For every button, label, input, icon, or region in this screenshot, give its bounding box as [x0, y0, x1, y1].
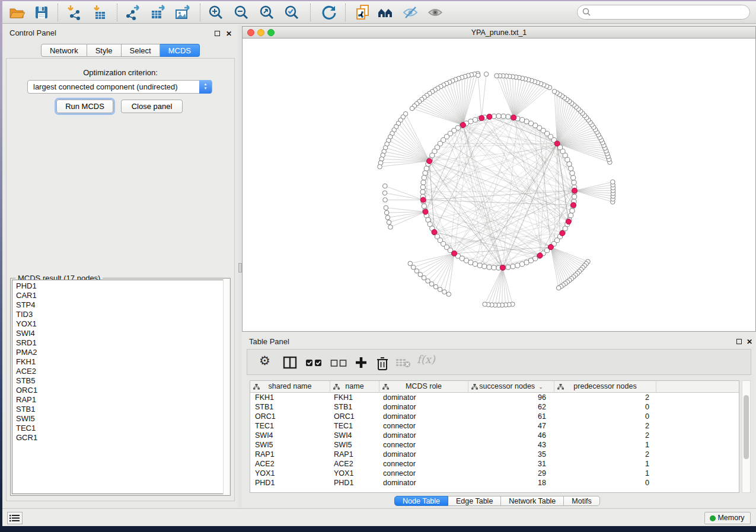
search-input[interactable]	[577, 5, 750, 20]
zoom-fit-icon[interactable]	[259, 4, 275, 21]
table-row[interactable]: TEC1TEC1connector472	[250, 421, 739, 431]
zoom-selected-icon[interactable]	[283, 4, 300, 21]
table-row[interactable]: SWI4SWI4dominator462	[250, 431, 739, 440]
cell-MCDS-role: connector	[379, 469, 468, 478]
column-header-MCDS-role[interactable]: MCDS role	[379, 381, 468, 393]
task-history-button[interactable]	[7, 512, 23, 524]
export-image-icon[interactable]	[174, 4, 191, 21]
control-panel-close-icon[interactable]: ✕	[226, 30, 232, 37]
mcds-result-item[interactable]: YOX1	[16, 319, 228, 329]
cell-MCDS-role: dominator	[379, 431, 468, 440]
save-session-icon[interactable]	[33, 4, 50, 21]
show-all-icon[interactable]	[427, 4, 444, 21]
first-neighbors-icon[interactable]	[377, 4, 394, 21]
table-row[interactable]: FKH1FKH1dominator962	[250, 393, 739, 402]
mcds-result-item[interactable]: PMA2	[16, 348, 228, 357]
zoom-in-icon[interactable]	[208, 4, 224, 21]
memory-button[interactable]: Memory	[704, 512, 751, 524]
toolbar-separator	[310, 4, 311, 21]
column-header-successor-nodes[interactable]: successor nodes⌄	[468, 381, 554, 393]
mcds-result-item[interactable]: SRD1	[16, 338, 228, 348]
table-settings-icon[interactable]: ⚙	[259, 354, 270, 368]
column-header-shared-name[interactable]: shared name	[250, 381, 330, 393]
zoom-out-icon[interactable]	[233, 4, 250, 21]
unselect-all-icon[interactable]	[330, 355, 348, 370]
cell-MCDS-role: dominator	[379, 478, 468, 488]
network-graph[interactable]	[243, 39, 755, 331]
mcds-result-item[interactable]: CAR1	[16, 291, 228, 300]
hide-selected-icon[interactable]	[402, 4, 419, 21]
column-header-name[interactable]: name	[330, 381, 379, 393]
mcds-result-item[interactable]: ORC1	[16, 386, 228, 395]
cell-MCDS-role: dominator	[379, 412, 468, 421]
cell-MCDS-role: dominator	[379, 402, 468, 412]
control-panel-float-button[interactable]	[215, 31, 220, 36]
import-network-icon[interactable]	[65, 4, 82, 21]
table-tab-network-table[interactable]: Network Table	[501, 496, 564, 506]
mcds-result-item[interactable]: FKH1	[16, 357, 228, 367]
column-header-predecessor-nodes[interactable]: predecessor nodes	[554, 381, 656, 393]
export-table-icon[interactable]	[149, 4, 166, 21]
run-mcds-button[interactable]: Run MCDS	[56, 100, 113, 113]
copy-network-icon[interactable]	[355, 4, 371, 21]
optimization-criterion-select[interactable]: largest connected component (undirected)…	[27, 80, 212, 94]
table-scrollbar[interactable]	[742, 380, 751, 493]
table-scrollbar-thumb[interactable]	[744, 395, 749, 459]
tab-select[interactable]: Select	[122, 44, 160, 57]
select-all-icon[interactable]	[305, 355, 323, 370]
sort-descending-icon: ⌄	[538, 384, 543, 390]
cell-successor-nodes: 31	[468, 459, 554, 469]
delete-row-icon[interactable]	[375, 355, 390, 371]
main-toolbar	[2, 1, 756, 24]
table-panel-close-icon[interactable]: ✕	[747, 338, 752, 345]
cell-name: ORC1	[330, 412, 379, 421]
table-tab-motifs[interactable]: Motifs	[564, 496, 599, 506]
open-file-icon[interactable]	[8, 4, 25, 21]
mcds-result-scrollbar[interactable]	[223, 279, 229, 495]
mcds-result-item[interactable]: STP4	[16, 300, 228, 310]
memory-status-icon	[710, 515, 716, 521]
table-tab-node-table[interactable]: Node Table	[394, 496, 448, 506]
mcds-result-item[interactable]: PHD1	[16, 281, 228, 291]
table-panel-float-button[interactable]	[736, 339, 742, 344]
table-row[interactable]: ACE2ACE2connector311	[250, 459, 739, 469]
table-row[interactable]: YOX1YOX1connector291	[250, 469, 739, 478]
cell-predecessor-nodes: 2	[554, 393, 656, 402]
cell-shared-name: PHD1	[250, 478, 330, 488]
mcds-result-item[interactable]: SWI5	[16, 414, 228, 424]
mcds-result-item[interactable]: ACE2	[16, 367, 228, 376]
tab-network[interactable]: Network	[41, 44, 87, 57]
mcds-result-list[interactable]: PHD1CAR1STP4TID3YOX1SWI4SRD1PMA2FKH1ACE2…	[12, 280, 229, 494]
show-columns-icon[interactable]	[283, 355, 297, 370]
mcds-result-item[interactable]: TID3	[16, 310, 228, 319]
mcds-result-item[interactable]: SWI4	[16, 329, 228, 338]
cell-predecessor-nodes: 0	[554, 412, 656, 421]
table-row[interactable]: STB1STB1dominator620	[250, 402, 739, 412]
mcds-result-item[interactable]: STB1	[16, 405, 228, 414]
table-row[interactable]: SWI5SWI5connector431	[250, 440, 739, 450]
mcds-result-item[interactable]: RAP1	[16, 395, 228, 405]
table-row[interactable]: PHD1PHD1dominator180	[250, 478, 739, 488]
table-row[interactable]: ORC1ORC1dominator610	[250, 412, 739, 421]
table-tab-edge-table[interactable]: Edge Table	[448, 496, 501, 506]
network-canvas[interactable]	[243, 39, 755, 331]
table-tabs: Node TableEdge TableNetwork TableMotifs	[394, 496, 600, 506]
mcds-result-item[interactable]: TEC1	[16, 424, 228, 433]
toolbar-separator	[200, 4, 200, 21]
tab-mcds[interactable]: MCDS	[160, 44, 200, 57]
mcds-result-item[interactable]: STB5	[16, 376, 228, 386]
optimization-criterion-label: Optimization criterion:	[7, 68, 234, 77]
export-network-icon[interactable]	[125, 4, 141, 21]
tab-style[interactable]: Style	[87, 44, 122, 57]
table-row[interactable]: RAP1RAP1dominator352	[250, 450, 739, 459]
mcds-result-item[interactable]: GCR1	[16, 433, 228, 443]
import-table-icon[interactable]	[91, 4, 108, 21]
node-table[interactable]: shared namenameMCDS rolesuccessor nodes⌄…	[250, 380, 739, 493]
close-panel-button[interactable]: Close panel	[121, 100, 183, 113]
destroy-table-icon[interactable]	[395, 355, 411, 370]
cell-predecessor-nodes: 2	[554, 450, 656, 459]
network-window-titlebar[interactable]: YPA_prune.txt_1	[243, 27, 755, 39]
add-row-icon[interactable]	[354, 355, 368, 370]
function-builder-icon[interactable]: f(x)	[417, 353, 435, 366]
apply-layout-icon[interactable]	[321, 4, 337, 21]
